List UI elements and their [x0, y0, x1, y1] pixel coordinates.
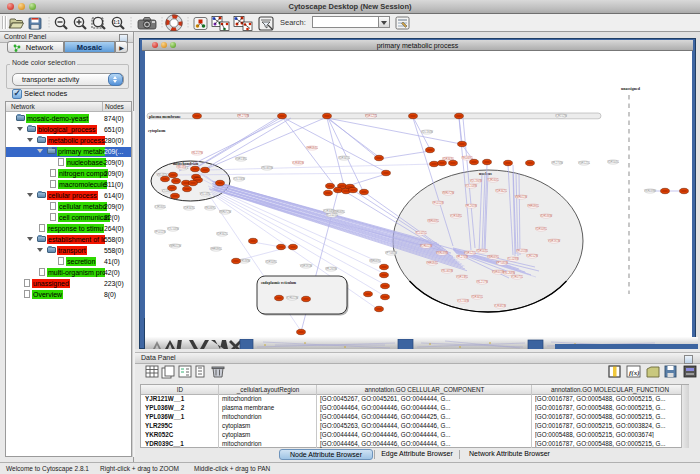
- svg-text:YDL194W: YDL194W: [470, 179, 482, 183]
- svg-text:unassigned: unassigned: [621, 86, 641, 91]
- svg-text:YMR011W: YMR011W: [515, 195, 528, 199]
- svg-text:cytoplasm: cytoplasm: [148, 128, 166, 133]
- svg-text:YBR068C: YBR068C: [427, 219, 439, 223]
- svg-text:YKL217W: YKL217W: [191, 151, 203, 155]
- svg-text:YDR342C: YDR342C: [216, 232, 228, 236]
- svg-text:YGR121C: YGR121C: [365, 114, 377, 118]
- svg-text:YNR072W: YNR072W: [219, 210, 232, 214]
- svg-text:YNL065W: YNL065W: [261, 166, 273, 170]
- svg-text:1:1: 1:1: [113, 20, 120, 25]
- svg-text:YJR160C: YJR160C: [487, 178, 498, 182]
- svg-text:YDR345C: YDR345C: [338, 156, 350, 160]
- svg-text:YGR191W: YGR191W: [548, 239, 561, 243]
- svg-text:YPL274W: YPL274W: [237, 114, 249, 118]
- svg-text:YDR508C: YDR508C: [535, 227, 547, 231]
- svg-text:YOL103W: YOL103W: [465, 184, 478, 188]
- svg-text:YCL025C: YCL025C: [326, 213, 337, 217]
- svg-text:YPL265W: YPL265W: [465, 204, 477, 208]
- svg-text:YOL103W: YOL103W: [167, 227, 180, 231]
- svg-text:YOR011W: YOR011W: [286, 296, 299, 300]
- svg-text:YOR071C: YOR071C: [511, 275, 523, 279]
- svg-text:YLL028W: YLL028W: [507, 257, 519, 261]
- svg-text:endoplasmic reticulum: endoplasmic reticulum: [261, 281, 296, 285]
- svg-text:YBR069C: YBR069C: [487, 255, 499, 259]
- svg-text:YNL065W: YNL065W: [441, 269, 453, 273]
- svg-text:YCL025C: YCL025C: [415, 231, 426, 235]
- svg-text:YGR121C: YGR121C: [578, 161, 590, 165]
- svg-text:YHR094C: YHR094C: [426, 261, 438, 265]
- svg-text:YKR039W: YKR039W: [436, 251, 449, 255]
- svg-text:YOL156W: YOL156W: [457, 299, 470, 303]
- svg-text:YDR544C: YDR544C: [476, 249, 488, 253]
- svg-text:YPL274W: YPL274W: [551, 161, 563, 165]
- svg-text:YGR138C: YGR138C: [235, 157, 247, 161]
- svg-text:YDR508C: YDR508C: [265, 260, 277, 264]
- svg-text:YHR094C: YHR094C: [306, 146, 318, 150]
- svg-text:YHR096C: YHR096C: [210, 247, 222, 251]
- svg-text:YDR345C: YDR345C: [471, 295, 483, 299]
- svg-text:YFL055W: YFL055W: [516, 249, 528, 253]
- svg-text:YJR152W: YJR152W: [555, 114, 567, 118]
- svg-text:YKR039W: YKR039W: [644, 189, 657, 193]
- svg-text:YJR152W: YJR152W: [526, 254, 538, 258]
- svg-text:YDR343C: YDR343C: [183, 206, 195, 210]
- svg-text:YPL265W: YPL265W: [325, 267, 337, 271]
- svg-text:YDR342C: YDR342C: [495, 189, 507, 193]
- svg-text:YNL268W: YNL268W: [503, 271, 515, 275]
- svg-text:YML081: YML081: [176, 165, 186, 169]
- svg-text:YEL069C: YEL069C: [204, 206, 215, 210]
- svg-text:YDR536W: YDR536W: [540, 214, 553, 218]
- svg-text:YGR191W: YGR191W: [300, 264, 313, 268]
- svg-text:YOR348C: YOR348C: [450, 214, 462, 218]
- svg-text:YBR069C: YBR069C: [369, 259, 381, 263]
- svg-text:YFL011W: YFL011W: [432, 201, 444, 205]
- svg-text:YPT035W: YPT035W: [496, 261, 508, 265]
- svg-text:YFL011W: YFL011W: [154, 230, 166, 234]
- svg-text:YDL194W: YDL194W: [421, 130, 433, 134]
- svg-text:YPT035W: YPT035W: [385, 251, 397, 255]
- svg-text:YLR081W: YLR081W: [292, 161, 304, 165]
- svg-text:YJR160C: YJR160C: [154, 205, 165, 209]
- svg-text:nucleus: nucleus: [479, 171, 492, 176]
- svg-text:YHR096C: YHR096C: [527, 204, 539, 208]
- svg-text:YKL217W: YKL217W: [476, 280, 488, 284]
- svg-text:YDR544C: YDR544C: [607, 160, 619, 164]
- svg-text:YPL274W: YPL274W: [456, 255, 468, 259]
- svg-text:YOL156W: YOL156W: [233, 177, 246, 181]
- svg-text:YKL148C: YKL148C: [199, 192, 210, 196]
- svg-text:YNR072W: YNR072W: [442, 191, 455, 195]
- svg-text:YLR081W: YLR081W: [494, 304, 506, 308]
- svg-text:f(x): f(x): [629, 369, 640, 377]
- svg-text:plasma membrane: plasma membrane: [149, 114, 181, 119]
- svg-text:YGR121C: YGR121C: [464, 251, 476, 255]
- svg-text:YEL069C: YEL069C: [461, 156, 472, 160]
- svg-text:YOR011W: YOR011W: [420, 244, 433, 248]
- svg-text:YMR011W: YMR011W: [169, 244, 182, 248]
- svg-text:YGR138C: YGR138C: [456, 275, 468, 279]
